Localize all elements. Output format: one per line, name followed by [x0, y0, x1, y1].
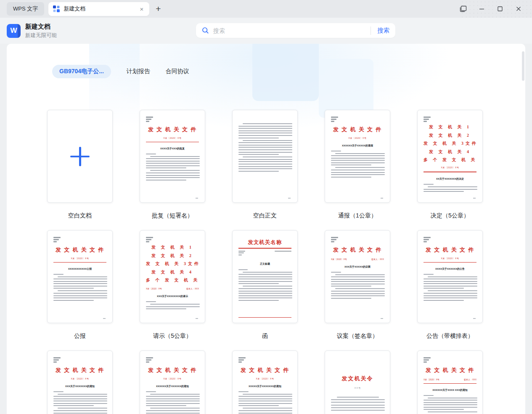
text-line-decor	[423, 409, 464, 410]
text-line-decor	[238, 152, 292, 153]
template-thumbnail[interactable]: 发 文 机 关 文 件X发〔2020〕X号XXXX关于XXXXXX的公告	[417, 230, 483, 323]
text-line-decor	[238, 130, 292, 131]
content-panel: GB9704电子公... 计划报告 合同协议 空白文档发 文 机 关 文 件X发…	[7, 44, 525, 414]
red-org-title: 发 文 机 关 文 件	[53, 366, 106, 374]
template-thumbnail[interactable]: 发 文 机 关 文 件X发〔2020〕X号XXX关于XXXXXXX的通知	[47, 350, 113, 414]
category-tab-gb9704[interactable]: GB9704电子公...	[52, 65, 111, 78]
page-number-mark	[473, 318, 476, 319]
text-line-decor	[53, 361, 57, 363]
minimize-button[interactable]	[472, 0, 491, 18]
text-line-decor	[238, 288, 292, 289]
text-line-decor	[423, 402, 477, 403]
text-line-decor	[53, 391, 64, 392]
template-thumbnail[interactable]: 发 文 机 关 文 件X发〔2020〕X号签发人：XXXXXXXXX关于XXXX…	[417, 350, 483, 414]
template-thumbnail[interactable]: 发 文 机 关 文 件X发〔2020〕X号XXXX关于XXX的批复	[140, 110, 205, 203]
text-line-decor	[423, 191, 464, 192]
text-line-decor	[423, 361, 427, 363]
template-card: 发 文 机 关 文 件X发〔2020〕X号XXXXXXXXXXX公报公报	[47, 230, 113, 350]
text-line-decor	[146, 361, 149, 363]
tab-bar: WPS 文字 新建文档 × +	[0, 0, 532, 18]
text-line-decor	[238, 291, 292, 292]
text-line-decor	[146, 237, 153, 238]
text-line-decor	[53, 410, 107, 411]
thumb-doc-title: XX关于XXXXXXX的决定	[423, 177, 476, 180]
text-line-decor	[275, 251, 291, 252]
red-org-title: 发 文 机 关 文 件	[146, 126, 199, 133]
text-line-decor	[331, 284, 385, 284]
new-tab-button[interactable]: +	[156, 4, 161, 14]
text-line-decor	[53, 274, 64, 275]
search-button[interactable]: 搜索	[377, 27, 389, 34]
template-thumbnail[interactable]: 发 文 机 关 文 件X发〔2020〕X号XXXXX关于XXXXXXX的通知	[232, 350, 298, 414]
thumb-doc-title: XXXXXXXXXXX公报	[53, 267, 106, 271]
scrollbar-thumb[interactable]	[522, 51, 524, 81]
text-line-decor	[331, 402, 385, 403]
workspace-windows-icon[interactable]	[454, 0, 472, 18]
template-thumbnail[interactable]: 发文机关令X X 号	[325, 350, 390, 414]
template-thumbnail[interactable]: 发 文 机 关 1发 文 机 关 2发 文 机 关 3文件发 文 机 关 4多 …	[140, 230, 205, 323]
text-line-decor	[331, 158, 385, 159]
text-line-decor	[331, 174, 385, 175]
text-line-decor	[238, 279, 292, 279]
template-label: 通报（1公章）	[325, 203, 390, 230]
template-thumbnail[interactable]	[47, 110, 113, 203]
template-thumbnail[interactable]: 发 文 机 关 文 件X发〔2020〕X号XXXXXXXXXXX公报	[47, 230, 113, 323]
text-line-decor	[238, 300, 279, 301]
text-line-decor	[238, 405, 279, 406]
thumb-doc-title: XXXXXX关于XXXXXX的通知	[146, 385, 199, 388]
text-line-decor	[238, 295, 292, 296]
maximize-button[interactable]	[491, 0, 509, 18]
close-window-button[interactable]	[509, 0, 528, 18]
text-line-decor	[146, 154, 156, 154]
template-thumbnail[interactable]: 发 文 机 关 文 件X发〔2020〕X号签发人：XXXXXX关于XXXXX的议…	[325, 230, 390, 323]
red-org-title: 发 文 机 关 文 件	[423, 366, 476, 374]
template-card: 发文机关名称正文标题函	[232, 230, 298, 350]
template-thumbnail[interactable]: 发 文 机 关 文 件X发〔2020〕X号XXXXXX关于XXXXXX的通知	[140, 350, 205, 414]
text-line-decor	[238, 274, 292, 275]
text-line-decor	[150, 304, 200, 305]
text-line-decor	[423, 241, 427, 242]
page-subtitle: 新建无限可能	[25, 32, 57, 39]
text-line-decor	[423, 189, 477, 190]
text-line-decor	[423, 239, 429, 240]
text-line-decor	[53, 396, 107, 397]
template-thumbnail[interactable]: 发文机关名称正文标题	[232, 230, 298, 323]
text-line-decor	[238, 403, 292, 404]
thumb-doc-title: XXXXXX关于XXXX XXX的通知	[423, 388, 476, 392]
red-double-rule	[423, 171, 476, 172]
red-org-title: 发 文 机 关 文 件	[146, 366, 199, 374]
text-line-decor	[146, 119, 151, 120]
category-tab-contracts[interactable]: 合同协议	[166, 65, 189, 78]
text-line-decor	[58, 290, 107, 291]
red-org-title: 发 文 机 关 文 件	[423, 246, 476, 254]
page-title: 新建文档	[25, 23, 57, 31]
text-line-decor	[238, 135, 292, 136]
issue-signer-row: X发〔2020〕X号签发人：XXX	[331, 258, 384, 260]
text-line-decor	[331, 295, 385, 296]
category-tab-plans-reports[interactable]: 计划报告	[127, 65, 150, 78]
template-thumbnail[interactable]: 发 文 机 关 文 件X发〔2020〕X号XXXXXX关于XXXXX的通报	[325, 110, 390, 203]
app-tab-wps-writer[interactable]: WPS 文字	[7, 2, 44, 16]
text-line-decor	[428, 290, 477, 291]
text-line-decor	[53, 281, 107, 282]
text-line-decor	[335, 274, 385, 275]
text-line-decor	[53, 413, 107, 414]
template-label: 请示（5公章）	[140, 323, 205, 350]
template-thumbnail[interactable]	[232, 110, 298, 203]
text-line-decor	[53, 297, 107, 298]
document-tab-new-document[interactable]: 新建文档 ×	[48, 2, 149, 16]
text-line-decor	[331, 291, 385, 292]
body-text-block	[238, 123, 291, 172]
search-input[interactable]	[213, 27, 368, 34]
page-number-mark	[288, 198, 291, 199]
text-line-decor	[423, 237, 431, 238]
wps-writer-logo: W	[7, 24, 21, 38]
signer-text: 签发人：XXX	[371, 258, 384, 260]
text-line-decor	[146, 405, 186, 406]
template-label: 公报	[47, 323, 113, 350]
tab-close-icon[interactable]: ×	[138, 5, 145, 13]
thumb-doc-title: 正文标题	[238, 262, 291, 265]
text-line-decor	[428, 411, 477, 412]
template-card: 发 文 机 关 文 件X发〔2020〕X号XXXXXX关于XXXXXX的通知	[140, 350, 205, 414]
template-thumbnail[interactable]: 发 文 机 关 1发 文 机 关 2发 文 机 关 3文件发 文 机 关 4多 …	[417, 110, 483, 203]
